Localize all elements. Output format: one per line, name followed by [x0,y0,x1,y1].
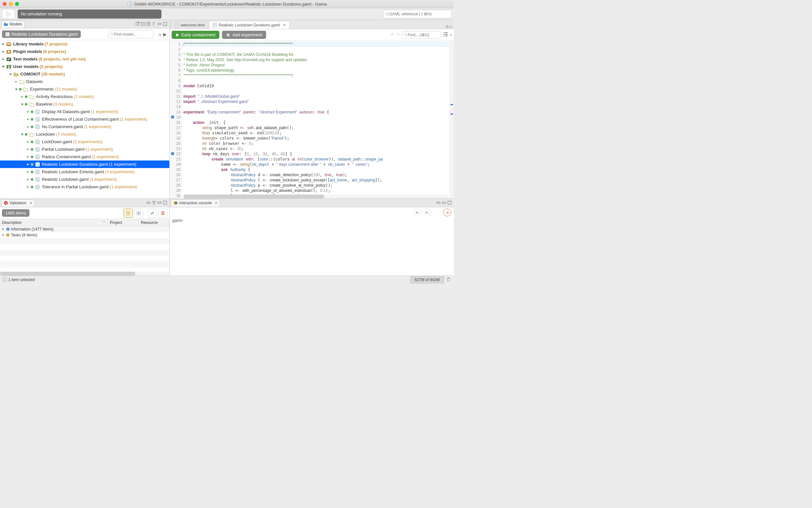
link-icon[interactable] [135,22,140,27]
console-max-icon[interactable] [447,200,453,206]
expand-icon[interactable] [146,22,152,27]
svg-text:G: G [36,178,39,181]
gaml-reference-input[interactable] [389,12,450,16]
models-tree[interactable]: Library models(7 projects) Plugin models… [0,40,169,199]
close-validation-icon[interactable]: ✕ [29,201,32,205]
validation-col-project[interactable]: Project [108,219,139,226]
clear-console-icon[interactable]: ⊘ [443,209,451,216]
code-area[interactable]: /***************************************… [182,41,449,199]
tree-item-baseline[interactable]: Baseline(3 models) [0,100,169,108]
editor-menu-dropdown-icon[interactable]: ▾ [450,33,452,37]
outline-icon[interactable] [443,32,448,38]
tree-item-comokit[interactable]: COMOKIT(38 models) [0,70,169,78]
models-tab[interactable]: Models [1,20,25,28]
tree-item-library[interactable]: Library models(7 projects) [0,40,169,48]
list-filter-icon[interactable] [158,209,167,218]
tab-realistic-lockdown[interactable]: Realistic Lockdown Durations.gaml ✕ [209,21,290,29]
editor-find-input[interactable] [408,33,457,37]
validation-table[interactable]: Description⌃ Project Resource i Informat… [0,219,169,272]
plus-icon [226,33,230,37]
minimize-window-button[interactable] [9,2,13,6]
tree-item-datasets[interactable]: Datasets [0,78,169,85]
tree-item-partial[interactable]: GPartial Lockdown.gaml(1 experiment) [0,145,169,153]
maximize-pane-icon[interactable] [163,22,168,27]
console-body[interactable]: A↑ A↓ ⊘ gaml> [170,207,454,276]
font-increase-icon[interactable]: A↑ [414,209,422,216]
validation-row-info[interactable]: i Information (1477 items) [0,226,169,232]
svg-marker-18 [2,43,4,45]
tree-item-no-containment[interactable]: GNo Containment.gaml(1 experiment) [0,123,169,130]
svg-rect-75 [147,202,150,203]
tree-item-plugin[interactable]: Plugin models(8 projects) [0,48,169,55]
maximize-window-button[interactable] [15,2,19,6]
warning-filter-icon[interactable] [124,209,133,218]
memory-usage[interactable]: 827M of 942M [410,276,444,284]
svg-marker-31 [9,74,12,75]
gaml-file-icon: G [5,32,10,37]
close-window-button[interactable] [3,2,6,6]
svg-rect-20 [7,43,10,44]
svg-rect-0 [127,2,131,6]
tree-item-lockdown[interactable]: Lockdown(7 models) [0,130,169,138]
tree-item-activity[interactable]: Activity Restrictions(2 models) [0,93,169,100]
validation-col-resource[interactable]: Resource [139,219,169,226]
validation-filter-icon[interactable] [152,200,157,206]
console-min-icon[interactable] [442,200,447,206]
svg-marker-69 [176,33,179,37]
tree-item-realistic[interactable]: GRealistic Lockdown.gaml(1 experiment) [0,175,169,183]
find-model-input[interactable] [114,32,163,37]
tree-item-user[interactable]: User models(2 projects) [0,63,169,70]
editor-h-scrollbar[interactable] [183,195,448,199]
maximize-editor-icon[interactable]: ▭ [449,25,453,29]
tree-item-experiments[interactable]: Experiments(21 models) [0,85,169,93]
collapse-icon[interactable] [140,22,146,27]
sort-icon[interactable] [152,22,157,27]
editor-find-box[interactable] [402,31,441,39]
play-button[interactable] [2,9,15,19]
tree-item-display-all[interactable]: GDisplay All Datasets.gaml(1 experiment) [0,108,169,115]
svg-text:G: G [36,110,39,114]
tree-item-lockdown-gaml[interactable]: GLockDown.gaml(2 experiments) [0,138,169,145]
close-tab-icon[interactable]: ✕ [283,23,286,28]
svg-text:G: G [4,278,6,282]
svg-marker-58 [27,171,29,173]
tree-item-radius[interactable]: GRadius Containment.gaml(1 experiment) [0,153,169,161]
tab-welcome[interactable]: welcome.html [171,21,208,29]
svg-marker-61 [27,178,29,180]
validation-h-scrollbar[interactable] [0,272,169,276]
font-decrease-icon[interactable]: A↓ [424,209,431,216]
code-editor[interactable]: 1234567891011121314151617181920212223242… [170,41,454,199]
overview-ruler[interactable] [449,41,454,199]
validation-item-count: 1485 items [2,209,30,217]
run-early-containment-button[interactable]: Early containment [172,31,219,39]
tree-item-tolerance[interactable]: GTolerance in Partial Lockdown.gaml(1 ex… [0,183,169,190]
svg-text:G: G [36,118,39,121]
console-collapse-icon[interactable] [436,200,441,206]
tree-item-effectiveness[interactable]: GEffectiveness of Local Containment.gaml… [0,115,169,123]
minimize-pane-icon[interactable] [157,22,163,27]
tree-item-realistic-durations[interactable]: GRealistic Lockdown Durations.gaml(1 exp… [0,161,169,168]
validation-col-description[interactable]: Description⌃ [0,219,108,226]
info-filter-icon[interactable] [134,209,143,218]
svg-marker-55 [27,163,29,165]
svg-marker-64 [27,186,29,188]
tree-item-test[interactable]: Test models(8 projects, not yet run) [0,55,169,63]
validation-collapse-icon[interactable] [146,200,152,206]
svg-rect-77 [164,201,167,204]
console-tab[interactable]: Interactive console ✕ [171,200,220,207]
status-bar: G 1 item selected 827M of 942M [0,276,454,284]
validation-row-tasks[interactable]: Tasks (8 items) [0,232,169,238]
find-model-search[interactable] [108,30,154,38]
check-filter-icon[interactable] [148,209,157,218]
restore-pane-icon[interactable]: ⧉ [446,25,448,29]
breadcrumb[interactable]: G Realistic Lockdown Durations.gaml [2,30,81,38]
close-console-icon[interactable]: ✕ [214,201,218,205]
gaml-reference-search[interactable] [383,10,452,18]
nav-forward-icon[interactable]: ▶ [163,31,167,38]
gc-trash-icon[interactable] [446,277,451,283]
tree-item-realistic-extents[interactable]: GRealistic Lockdown Extents.gaml(3 exper… [0,168,169,175]
validation-tab[interactable]: x Validation ✕ [1,200,35,207]
validation-max-icon[interactable] [163,200,168,206]
validation-min-icon[interactable] [157,200,163,206]
add-experiment-button[interactable]: Add experiment [222,31,266,39]
